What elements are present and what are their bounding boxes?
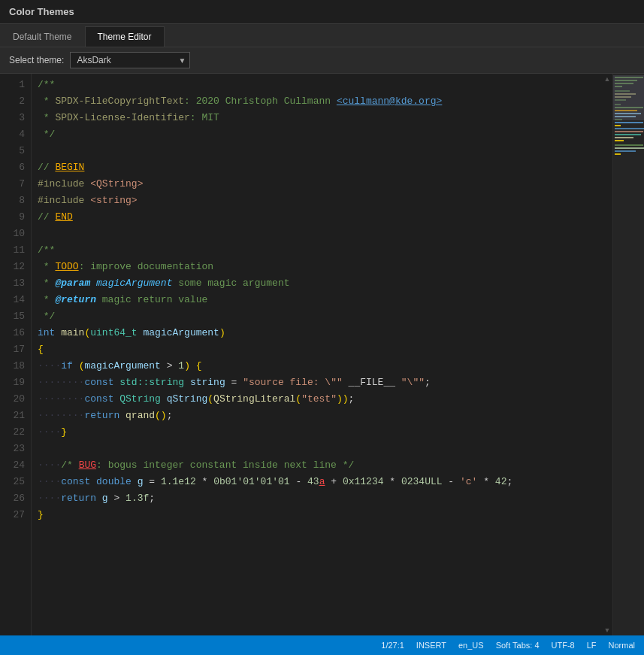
line-number: 5	[9, 143, 25, 159]
line-number: 26	[9, 490, 25, 507]
cursor-position: 1/27:1	[381, 641, 404, 650]
code-line-2: * SPDX-FileCopyrightText: 2020 Christoph…	[38, 93, 596, 110]
code-line-16: int main(uint64_t magicArgument)	[38, 325, 596, 341]
code-line-23	[38, 441, 596, 457]
zoom-level: Normal	[609, 641, 635, 650]
indent-mode: Soft Tabs: 4	[496, 641, 540, 650]
line-number: 17	[9, 341, 25, 358]
tab-theme-editor[interactable]: Theme Editor	[85, 26, 165, 47]
line-number: 9	[9, 209, 25, 226]
line-number: 4	[9, 126, 25, 143]
code-line-13: * @param magicArgument some magic argume…	[38, 275, 596, 292]
code-line-14: * @return magic return value	[38, 292, 596, 308]
minimap-viewport	[613, 75, 644, 120]
status-bar: 1/27:1 INSERT en_US Soft Tabs: 4 UTF-8 L…	[0, 635, 644, 655]
code-line-25: ····const double g = 1.1e12 * 0b01'01'01…	[38, 474, 596, 490]
line-number: 10	[9, 226, 25, 242]
svg-rect-24	[615, 153, 621, 155]
svg-rect-22	[615, 147, 644, 149]
title-bar: Color Themes	[0, 0, 644, 24]
line-number: 7	[9, 176, 25, 193]
svg-rect-20	[615, 140, 624, 141]
svg-rect-16	[615, 128, 644, 129]
line-number: 1	[9, 77, 25, 93]
window-title: Color Themes	[9, 6, 74, 17]
svg-rect-21	[615, 144, 643, 146]
line-number: 15	[9, 308, 25, 325]
editor-container: 1 2 3 4 5 6 7 8 9 10 11 12 13 14 15 16 1…	[0, 74, 644, 635]
editor-mode: INSERT	[416, 641, 446, 650]
svg-rect-15	[615, 125, 621, 126]
svg-rect-19	[615, 137, 633, 138]
theme-dropdown[interactable]: AksDark Default Dark Default Light Monok…	[70, 52, 190, 68]
line-number: 2	[9, 93, 25, 110]
line-number: 22	[9, 424, 25, 441]
line-number: 23	[9, 441, 25, 457]
line-number: 11	[9, 242, 25, 259]
code-line-17: {	[38, 341, 596, 358]
code-line-26: ····return g > 1.3f;	[38, 490, 596, 507]
code-line-11: /**	[38, 242, 596, 259]
line-number: 19	[9, 375, 25, 391]
code-area[interactable]: /** * SPDX-FileCopyrightText: 2020 Chris…	[32, 74, 602, 635]
line-number: 16	[9, 325, 25, 341]
code-line-22: ····}	[38, 424, 596, 441]
code-line-21: ········return qrand();	[38, 408, 596, 424]
tab-default-theme[interactable]: Default Theme	[0, 26, 85, 47]
code-line-8: #include <string>	[38, 193, 596, 209]
code-line-18: ····if (magicArgument > 1) {	[38, 358, 596, 375]
line-number: 8	[9, 193, 25, 209]
scroll-up-button[interactable]: ▲	[602, 74, 612, 84]
code-line-24: ····/* BUG: bogus integer constant insid…	[38, 457, 596, 474]
svg-rect-23	[615, 150, 636, 152]
line-numbers: 1 2 3 4 5 6 7 8 9 10 11 12 13 14 15 16 1…	[0, 74, 32, 635]
svg-rect-18	[615, 134, 641, 135]
code-line-20: ········const QString qString(QStringLit…	[38, 391, 596, 408]
code-line-19: ········const std::string string = "sour…	[38, 375, 596, 391]
code-line-3: * SPDX-License-Identifier: MIT	[38, 110, 596, 126]
line-number: 13	[9, 275, 25, 292]
code-line-27: }	[38, 507, 596, 523]
encoding: UTF-8	[552, 641, 575, 650]
tab-bar: Default Theme Theme Editor	[0, 24, 644, 47]
code-line-5	[38, 143, 596, 159]
code-line-10	[38, 226, 596, 242]
theme-selector-row: Select theme: AksDark Default Dark Defau…	[0, 47, 644, 74]
line-number: 21	[9, 408, 25, 424]
line-number: 24	[9, 457, 25, 474]
code-line-6: // BEGIN	[38, 159, 596, 176]
vertical-scrollbar[interactable]: ▲ ▼	[602, 74, 612, 635]
minimap	[612, 74, 644, 635]
line-number: 20	[9, 391, 25, 408]
line-number: 12	[9, 259, 25, 275]
line-number: 6	[9, 159, 25, 176]
svg-rect-17	[615, 131, 643, 132]
theme-dropdown-wrapper[interactable]: AksDark Default Dark Default Light Monok…	[70, 52, 190, 68]
line-number: 3	[9, 110, 25, 126]
line-number: 14	[9, 292, 25, 308]
code-line-7: #include <QString>	[38, 176, 596, 193]
theme-selector-label: Select theme:	[9, 55, 64, 65]
line-number: 25	[9, 474, 25, 490]
code-line-4: */	[38, 126, 596, 143]
scroll-down-button[interactable]: ▼	[602, 625, 612, 635]
code-line-1: /**	[38, 77, 596, 93]
code-line-12: * TODO: improve documentation	[38, 259, 596, 275]
svg-rect-14	[615, 122, 643, 123]
line-number: 18	[9, 358, 25, 375]
code-line-15: */	[38, 308, 596, 325]
line-number: 27	[9, 507, 25, 523]
code-line-9: // END	[38, 209, 596, 226]
line-ending: LF	[587, 641, 597, 650]
locale: en_US	[458, 641, 484, 650]
